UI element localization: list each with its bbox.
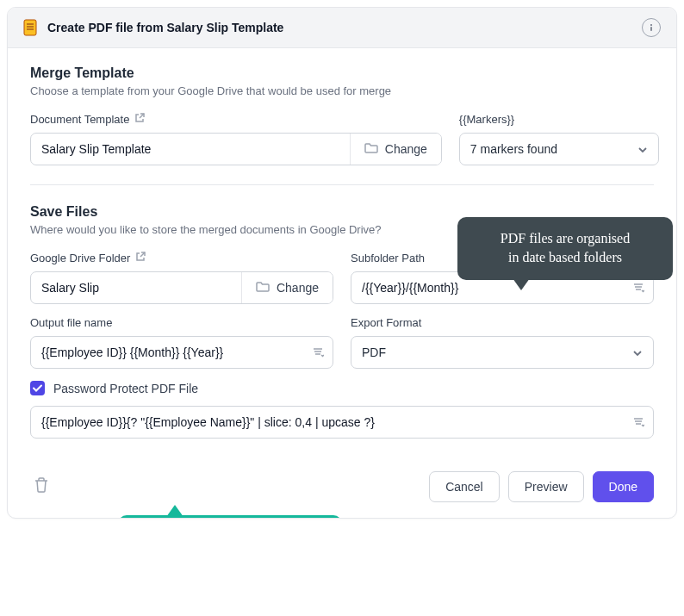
folder-label: Google Drive Folder (30, 252, 333, 264)
merge-section-subtitle: Choose a template from your Google Drive… (30, 84, 654, 97)
callout-password: Each PDF document will have a unique pas… (118, 515, 342, 519)
svg-rect-5 (650, 27, 652, 31)
sort-icon (312, 337, 333, 368)
folder-icon (364, 142, 378, 157)
dialog: Create PDF file from Salary Slip Templat… (7, 7, 677, 519)
chevron-down-icon (632, 345, 643, 359)
output-input-group (30, 336, 333, 369)
output-input[interactable] (31, 337, 312, 368)
template-input-group: Change (30, 133, 442, 165)
password-checkbox[interactable] (30, 381, 45, 395)
markers-label: {{Markers}} (459, 113, 659, 126)
document-icon (23, 19, 39, 36)
svg-rect-0 (24, 20, 36, 35)
cancel-button[interactable]: Cancel (429, 471, 500, 502)
delete-button[interactable] (30, 473, 53, 501)
svg-point-4 (650, 24, 652, 26)
password-input-group (30, 406, 654, 439)
template-input[interactable] (31, 134, 350, 165)
preview-button[interactable]: Preview (508, 471, 584, 502)
dialog-header: Create PDF file from Salary Slip Templat… (8, 8, 676, 48)
password-input[interactable] (31, 407, 632, 438)
markers-value: 7 markers found (470, 142, 557, 156)
folder-input[interactable] (31, 272, 241, 303)
divider (30, 184, 654, 185)
merge-section-title: Merge Template (30, 65, 654, 81)
chevron-down-icon (637, 142, 648, 156)
dialog-title: Create PDF file from Salary Slip Templat… (47, 21, 283, 34)
format-label: Export Format (351, 316, 654, 329)
info-button[interactable] (642, 18, 661, 37)
output-label: Output file name (30, 316, 333, 329)
done-button[interactable]: Done (593, 471, 654, 502)
password-label: Password Protect PDF File (53, 382, 198, 395)
folder-input-group: Change (30, 271, 333, 304)
callout-folders: PDF files are organised in date based fo… (457, 217, 673, 280)
sort-icon (632, 407, 653, 438)
template-label: Document Template (30, 113, 442, 126)
format-select[interactable]: PDF (351, 336, 654, 369)
template-change-button[interactable]: Change (350, 134, 441, 165)
folder-change-button[interactable]: Change (241, 272, 333, 303)
format-value: PDF (362, 345, 386, 359)
markers-select[interactable]: 7 markers found (459, 133, 659, 165)
external-link-icon (134, 113, 145, 126)
folder-icon (256, 281, 270, 296)
external-link-icon (135, 252, 146, 264)
